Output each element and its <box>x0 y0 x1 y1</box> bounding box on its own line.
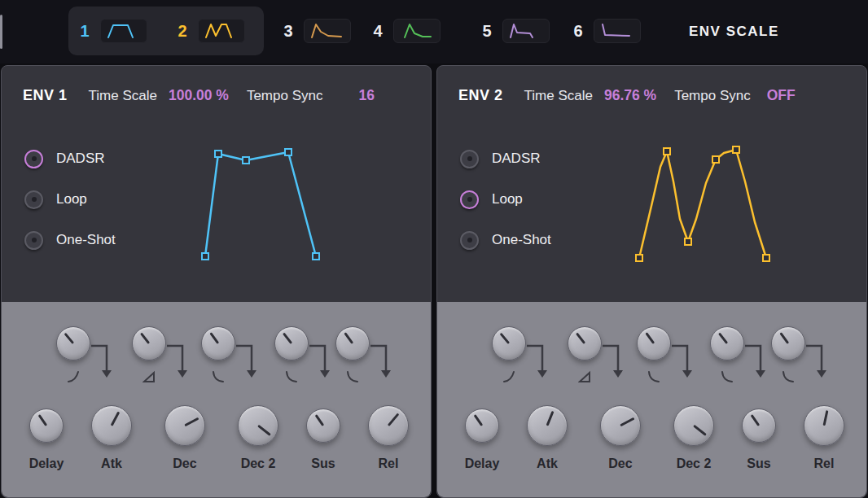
env-scale-label: ENV SCALE <box>689 0 779 63</box>
release-label: Rel <box>787 456 861 471</box>
release-power-knob[interactable] <box>335 326 370 360</box>
release-knob[interactable] <box>368 405 409 446</box>
delay-power-knob[interactable] <box>56 326 90 360</box>
attack-knob[interactable] <box>527 405 568 446</box>
attack-power-knob[interactable] <box>132 326 166 360</box>
decay-knob[interactable] <box>600 405 641 446</box>
tab-env-2-number: 2 <box>176 22 189 41</box>
attack-power-knob[interactable] <box>568 326 602 360</box>
decay2-knob[interactable] <box>238 405 278 446</box>
tempo-sync-value[interactable]: OFF <box>767 87 796 104</box>
decay-knob[interactable] <box>164 405 205 446</box>
release-knob[interactable] <box>804 405 844 446</box>
decay2-power-knob[interactable] <box>710 326 744 360</box>
decay2-knob[interactable] <box>673 405 714 446</box>
mod-arrow-icon <box>601 339 629 383</box>
decay2-label: Dec 2 <box>657 456 730 471</box>
knob-pointer <box>184 417 199 427</box>
delay-power-knob[interactable] <box>492 326 526 360</box>
env-2-mode-group: DADSR Loop One-Shot <box>460 149 551 271</box>
env-2-title: ENV 2 <box>458 87 503 104</box>
convex-curve-icon <box>285 370 298 383</box>
mod-arrow-icon <box>525 339 553 383</box>
radio-one-shot[interactable] <box>460 231 479 250</box>
synth-envelope-section: 1 2 3 4 5 6 ENV SCALE ENV 1 Time Scale <box>0 0 868 498</box>
env-6-mini-curve-icon <box>594 19 641 43</box>
knob-pointer <box>576 332 585 343</box>
tab-env-5[interactable]: 5 <box>480 7 550 55</box>
radio-one-shot[interactable] <box>24 231 43 250</box>
triangle-curve-icon <box>142 370 156 383</box>
convex-curve-icon <box>721 370 734 383</box>
mode-loop[interactable]: Loop <box>24 190 116 209</box>
time-scale-value[interactable]: 96.76 % <box>604 87 656 104</box>
mode-one-shot-label: One-Shot <box>492 232 551 248</box>
sustain-knob[interactable] <box>306 408 340 443</box>
knob-pointer <box>64 333 75 344</box>
mod-arrow-icon <box>804 339 832 383</box>
knob-pointer <box>344 332 353 344</box>
tab-env-6-number: 6 <box>572 22 585 41</box>
time-scale-value[interactable]: 100.00 % <box>169 87 229 104</box>
mod-arrow-icon <box>743 339 771 383</box>
env-2-curve-display[interactable] <box>631 134 778 273</box>
decay2-power-knob[interactable] <box>274 326 309 360</box>
knob-pointer <box>209 332 219 344</box>
env-2-mini-curve-icon <box>198 19 245 43</box>
radio-dadsr[interactable] <box>460 150 479 168</box>
mode-dadsr[interactable]: DADSR <box>460 149 551 168</box>
delay-label: Delay <box>10 456 83 471</box>
attack-label: Atk <box>511 456 584 471</box>
tab-env-6[interactable]: 6 <box>572 7 641 55</box>
tab-env-5-number: 5 <box>480 22 493 41</box>
mode-one-shot[interactable]: One-Shot <box>460 230 551 250</box>
convex-curve-icon <box>782 370 795 383</box>
triangle-curve-icon <box>578 370 591 383</box>
convex-curve-icon <box>647 370 660 383</box>
delay-knob[interactable] <box>465 408 499 443</box>
delay-knob[interactable] <box>29 408 64 443</box>
radio-loop[interactable] <box>460 190 479 209</box>
env-4-mini-curve-icon <box>393 19 441 43</box>
env-1-curve-display[interactable] <box>195 134 342 273</box>
tab-env-4-number: 4 <box>371 22 384 41</box>
mod-arrow-icon <box>165 339 193 383</box>
tab-env-2[interactable]: 2 <box>176 7 245 55</box>
sustain-knob[interactable] <box>742 408 776 443</box>
env-2-knob-area: Delay Atk Dec Dec 2 Sus Rel <box>437 302 866 497</box>
mode-one-shot[interactable]: One-Shot <box>24 230 116 250</box>
knob-pointer <box>645 332 655 344</box>
tempo-sync-value[interactable]: 16 <box>358 87 374 104</box>
env-1-panel: ENV 1 Time Scale 100.00 % Tempo Sync 16 … <box>1 65 432 498</box>
decay-power-knob[interactable] <box>201 326 235 360</box>
decay-power-knob[interactable] <box>637 326 671 360</box>
tab-env-1-number: 1 <box>78 22 91 41</box>
tab-env-4[interactable]: 4 <box>371 7 441 55</box>
knob-pointer <box>693 425 707 436</box>
decay-label: Dec <box>584 456 657 471</box>
tempo-sync-label: Tempo Sync <box>674 88 751 104</box>
knob-pointer <box>388 413 400 426</box>
decay-label: Dec <box>148 456 221 471</box>
env-1-title: ENV 1 <box>23 87 68 104</box>
knob-pointer <box>283 332 292 343</box>
sustain-label: Sus <box>287 456 360 471</box>
knob-pointer <box>751 414 761 426</box>
env-5-mini-curve-icon <box>502 19 550 43</box>
attack-label: Atk <box>75 456 148 471</box>
env-1-knob-area: Delay Atk Dec Dec 2 Sus Rel <box>2 302 431 497</box>
knob-pointer <box>823 410 829 426</box>
release-power-knob[interactable] <box>771 326 805 360</box>
tab-env-1[interactable]: 1 <box>78 7 147 55</box>
tab-env-3[interactable]: 3 <box>282 7 351 55</box>
convex-curve-icon <box>212 370 225 383</box>
convex-curve-icon <box>346 370 359 383</box>
attack-knob[interactable] <box>91 405 132 446</box>
env-2-header: ENV 2 Time Scale 96.76 % Tempo Sync OFF <box>458 87 813 104</box>
mode-loop[interactable]: Loop <box>460 190 551 209</box>
radio-loop[interactable] <box>24 190 43 209</box>
env-1-mini-curve-icon <box>100 19 147 43</box>
radio-dadsr[interactable] <box>24 150 43 168</box>
mode-dadsr[interactable]: DADSR <box>24 149 116 168</box>
knob-pointer <box>546 411 555 426</box>
